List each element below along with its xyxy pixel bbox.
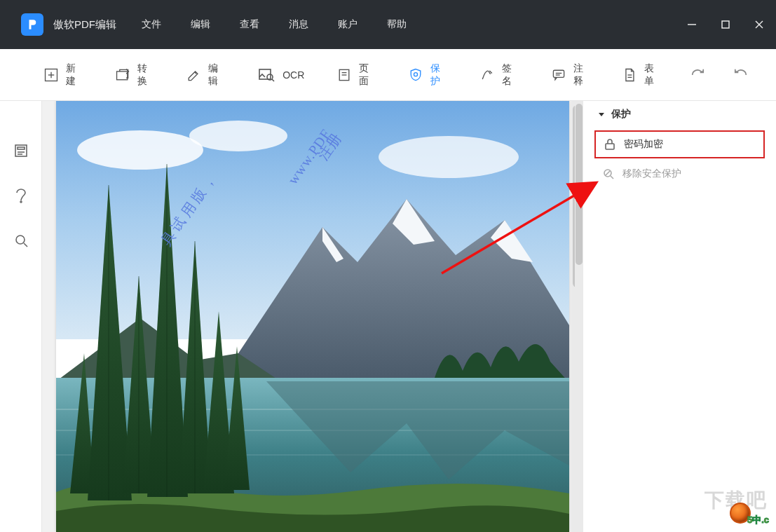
panel-item-remove-security[interactable]: 移除安全保护 [594, 161, 765, 186]
menu-help[interactable]: 帮助 [387, 18, 407, 31]
lock-icon [603, 137, 617, 151]
page-content-image [56, 101, 569, 532]
document-icon [622, 66, 637, 84]
tool-edit-label: 编辑 [208, 62, 225, 88]
tool-edit[interactable]: 编辑 [179, 58, 232, 92]
tool-page-label: 页面 [359, 62, 376, 88]
panel-scrollbar[interactable] [575, 101, 583, 532]
toolbar-group: 新建 转换 编辑 OCR 页面 保护 签名 注释 [36, 58, 686, 92]
app-logo [21, 13, 43, 36]
svg-line-10 [272, 79, 274, 81]
app-title: 傲软PDF编辑 [53, 18, 116, 32]
svg-point-14 [414, 72, 418, 76]
triangle-down-icon [597, 110, 606, 118]
menu-bar: 文件 编辑 查看 消息 账户 帮助 [142, 18, 407, 31]
tool-protect-label: 保护 [430, 62, 447, 88]
menu-message[interactable]: 消息 [289, 18, 308, 31]
svg-rect-32 [606, 144, 614, 149]
panel-item-remove-label: 移除安全保护 [622, 168, 681, 180]
sidebar-thumbnails[interactable] [11, 140, 32, 161]
panel-header[interactable]: 保护 [583, 101, 776, 128]
undo-button[interactable] [730, 64, 752, 86]
right-panel: 保护 密码加密 移除安全保护 [583, 101, 776, 532]
tool-page[interactable]: 页面 [329, 58, 383, 92]
menu-file[interactable]: 文件 [142, 18, 161, 31]
panel-item-encrypt[interactable]: 密码加密 [594, 130, 765, 158]
image-search-icon [257, 66, 275, 84]
history-controls [686, 64, 766, 86]
convert-icon [115, 66, 130, 84]
plus-square-icon [43, 66, 59, 84]
menu-edit[interactable]: 编辑 [191, 18, 210, 31]
page-icon [336, 66, 352, 84]
svg-point-25 [16, 236, 25, 244]
svg-rect-1 [722, 21, 729, 28]
close-button[interactable] [742, 0, 776, 49]
svg-rect-21 [18, 147, 25, 149]
main-area: www.PDF 注册 具试用版， 保护 密码加密 移除安全保护 [0, 101, 776, 532]
svg-line-35 [606, 171, 610, 175]
svg-point-30 [379, 136, 519, 178]
svg-rect-15 [553, 70, 564, 77]
pen-icon [479, 66, 495, 84]
tool-ocr-label: OCR [283, 69, 304, 81]
tool-annotate-label: 注释 [573, 62, 590, 88]
tool-convert[interactable]: 转换 [108, 58, 161, 92]
svg-line-34 [611, 176, 613, 179]
window-controls [675, 0, 776, 49]
panel-item-encrypt-label: 密码加密 [624, 138, 663, 151]
titlebar: 傲软PDF编辑 文件 编辑 查看 消息 账户 帮助 [0, 0, 776, 49]
sidebar-bookmarks[interactable] [11, 185, 32, 206]
svg-point-28 [77, 130, 203, 170]
svg-rect-7 [116, 71, 127, 79]
toolbar: 新建 转换 编辑 OCR 页面 保护 签名 注释 [0, 49, 776, 101]
tool-sign[interactable]: 签名 [472, 58, 526, 92]
svg-point-29 [189, 121, 287, 151]
tool-ocr[interactable]: OCR [250, 62, 311, 88]
tool-new-label: 新建 [66, 62, 83, 88]
tool-annotate[interactable]: 注释 [544, 58, 597, 92]
tool-form-label: 表单 [644, 62, 661, 88]
search-slash-icon [601, 167, 615, 181]
svg-point-24 [20, 201, 22, 203]
left-sidebar [0, 101, 42, 532]
maximize-button[interactable] [709, 0, 742, 49]
panel-title: 保护 [611, 108, 631, 121]
pdf-page: www.PDF 注册 具试用版， [56, 101, 569, 532]
tool-form[interactable]: 表单 [615, 58, 668, 92]
tool-convert-label: 转换 [137, 62, 154, 88]
tool-new[interactable]: 新建 [36, 58, 90, 92]
document-canvas[interactable]: www.PDF 注册 具试用版， [42, 101, 583, 532]
sidebar-search[interactable] [11, 230, 32, 251]
minimize-button[interactable] [675, 0, 709, 49]
pencil-icon [186, 66, 201, 84]
comment-icon [551, 66, 566, 84]
svg-line-26 [24, 243, 27, 247]
panel-scroll-thumb[interactable] [576, 104, 583, 265]
shield-icon [408, 66, 423, 84]
tool-protect[interactable]: 保护 [401, 58, 454, 92]
tool-sign-label: 签名 [502, 62, 519, 88]
menu-view[interactable]: 查看 [240, 18, 259, 31]
menu-account[interactable]: 账户 [338, 18, 358, 31]
redo-button[interactable] [686, 64, 709, 86]
